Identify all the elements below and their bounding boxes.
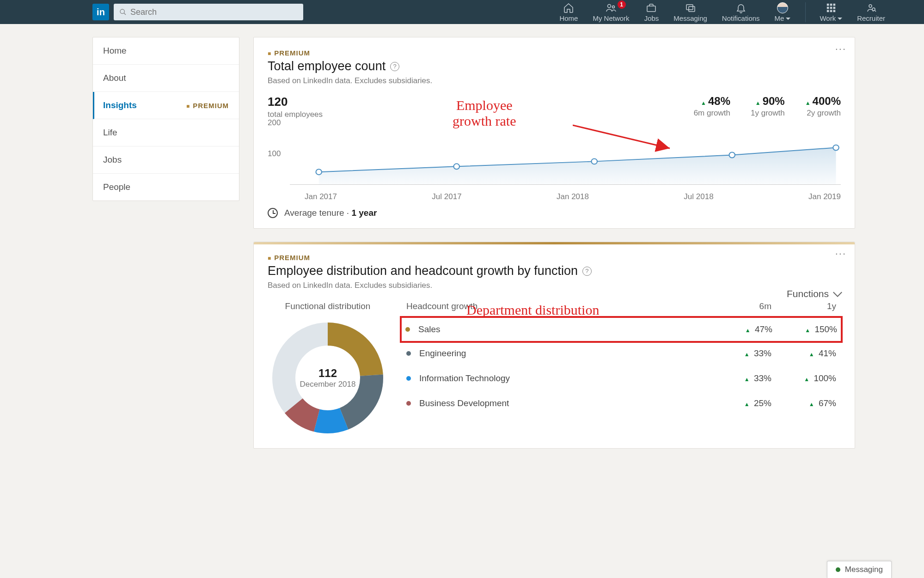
dropdown-label: Functions: [787, 288, 829, 299]
messaging-dock[interactable]: Messaging: [827, 561, 892, 578]
svg-rect-13: [827, 10, 829, 12]
function-name: Information Technology: [419, 373, 707, 383]
sidebar-item-about[interactable]: About: [93, 65, 239, 92]
nav-label: Messaging: [673, 14, 707, 22]
bell-icon: [735, 2, 747, 13]
nav-home[interactable]: Home: [559, 2, 578, 22]
nav-recruiter[interactable]: Recruiter: [857, 2, 885, 22]
recruiter-icon: [866, 2, 877, 13]
svg-point-17: [872, 8, 875, 11]
svg-rect-14: [830, 10, 832, 12]
y-tick: 100: [268, 149, 281, 158]
growth-1y: ▲ 67%: [771, 398, 836, 408]
x-tick: Jul 2017: [432, 192, 461, 201]
nav-work[interactable]: Work: [805, 2, 842, 22]
functions-dropdown[interactable]: Functions: [787, 288, 841, 299]
up-arrow-icon: ▲: [744, 401, 750, 408]
help-icon[interactable]: ?: [390, 62, 399, 71]
growth-label: 6m growth: [694, 109, 730, 118]
nav-label: Recruiter: [857, 14, 885, 22]
nav-messaging[interactable]: Messaging: [673, 2, 707, 22]
tenure-label: Average tenure: [284, 208, 344, 218]
employee-count-card: ··· PREMIUM Total employee count ? Based…: [253, 37, 855, 229]
svg-point-3: [612, 6, 615, 8]
sidebar-item-life[interactable]: Life: [93, 119, 239, 146]
x-tick: Jul 2018: [684, 192, 713, 201]
up-arrow-icon: ▲: [744, 376, 750, 383]
nav-jobs[interactable]: Jobs: [644, 2, 659, 22]
growth-1y: ▲ 41%: [771, 348, 836, 359]
more-options-button[interactable]: ···: [835, 248, 846, 260]
up-arrow-icon: ▲: [805, 327, 810, 334]
chevron-down-icon: [786, 18, 790, 20]
nav-me[interactable]: Me: [775, 2, 791, 22]
up-arrow-icon: ▲: [701, 100, 706, 106]
employee-count-chart: 200 100 Jan 2017: [268, 123, 841, 201]
sidebar-item-insights[interactable]: Insights PREMIUM: [93, 92, 239, 119]
sidebar-item-jobs[interactable]: Jobs: [93, 146, 239, 174]
sidebar-item-people[interactable]: People: [93, 174, 239, 201]
x-tick: Jan 2017: [305, 192, 337, 201]
up-arrow-icon: ▲: [809, 401, 814, 408]
growth-6m: ▲ 25%: [707, 398, 771, 408]
svg-line-1: [124, 13, 126, 15]
card-title-text: Total employee count: [268, 59, 386, 73]
card-title: Total employee count ?: [268, 59, 841, 73]
sidebar-item-home[interactable]: Home: [93, 37, 239, 65]
grid-icon: [826, 2, 836, 13]
up-arrow-icon: ▲: [809, 351, 814, 358]
search-input[interactable]: [130, 7, 298, 17]
main-content: ··· PREMIUM Total employee count ? Based…: [253, 37, 855, 449]
svg-point-19: [316, 169, 322, 175]
growth-6m: ▲ 33%: [707, 373, 771, 383]
premium-badge: PREMIUM: [186, 102, 229, 110]
color-dot-icon: [406, 401, 411, 406]
growth-2y: ▲400% 2y growth: [805, 95, 841, 118]
linkedin-logo[interactable]: in: [92, 4, 109, 20]
table-header: Headcount growth: [406, 301, 707, 311]
nav-my-network[interactable]: 1 My Network: [593, 2, 629, 22]
sidebar-item-label: Life: [103, 128, 117, 138]
growth-6m: ▲ 47%: [708, 324, 772, 335]
notification-badge: 1: [618, 0, 626, 9]
growth-value: 90%: [763, 95, 785, 107]
svg-rect-15: [833, 10, 835, 12]
my-network-icon: [606, 2, 617, 13]
function-name: Business Development: [419, 398, 707, 408]
growth-1y: ▲90% 1y growth: [751, 95, 785, 118]
svg-point-21: [591, 158, 597, 164]
svg-rect-5: [686, 5, 693, 10]
donut-column: Functional distribution 112 December 201…: [268, 301, 388, 438]
search-container[interactable]: [114, 4, 303, 20]
nav-notifications[interactable]: Notifications: [722, 2, 760, 22]
svg-rect-11: [830, 6, 832, 9]
growth-value: 400%: [813, 95, 841, 107]
svg-point-2: [608, 4, 611, 7]
help-icon[interactable]: ?: [582, 267, 592, 276]
table-row[interactable]: Information Technology▲ 33%▲ 100%: [402, 366, 841, 391]
up-arrow-icon: ▲: [805, 100, 811, 106]
chevron-down-icon: [838, 18, 842, 20]
function-name: Engineering: [419, 348, 707, 359]
jobs-icon: [646, 2, 657, 13]
more-options-button[interactable]: ···: [835, 43, 846, 55]
svg-rect-10: [827, 6, 829, 9]
x-tick: Jan 2019: [808, 192, 841, 201]
donut-center-value: 112: [300, 367, 356, 380]
sidebar-item-label: About: [103, 73, 126, 83]
nav-label: Jobs: [644, 14, 659, 22]
nav-label: Home: [559, 14, 578, 22]
svg-point-16: [869, 5, 872, 7]
table-row[interactable]: Engineering▲ 33%▲ 41%: [402, 341, 841, 366]
sidebar: Home About Insights PREMIUM Life Jobs Pe…: [92, 37, 239, 201]
svg-rect-7: [827, 3, 829, 6]
growth-label: 2y growth: [805, 109, 841, 118]
table-row[interactable]: Sales▲ 47%▲ 150%: [400, 316, 843, 343]
up-arrow-icon: ▲: [804, 376, 809, 383]
svg-rect-9: [833, 3, 835, 6]
growth-value: 48%: [708, 95, 730, 107]
nav-label: Notifications: [722, 14, 760, 22]
nav-label: Me: [775, 14, 791, 22]
color-dot-icon: [405, 327, 410, 332]
table-row[interactable]: Business Development▲ 25%▲ 67%: [402, 391, 841, 416]
